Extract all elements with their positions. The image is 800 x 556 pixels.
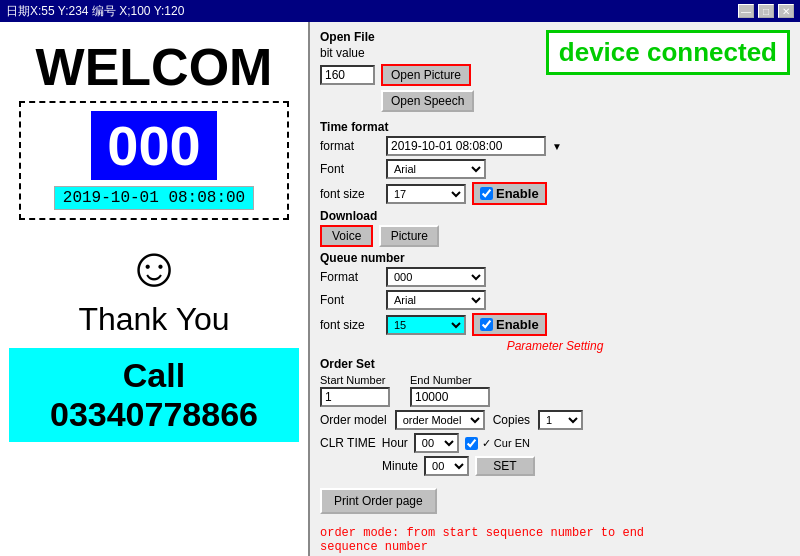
call-block: Call 03340778866 bbox=[9, 348, 299, 442]
clr-time-label: CLR TIME bbox=[320, 436, 376, 450]
open-file-controls: Open Picture bbox=[320, 64, 474, 86]
queue-font-select[interactable]: Arial bbox=[386, 290, 486, 310]
display-area: 000 2019-10-01 08:08:00 bbox=[19, 101, 289, 220]
queue-format-label: Format bbox=[320, 270, 380, 284]
minute-row: Minute 00 SET bbox=[320, 456, 790, 476]
titlebar-controls: — □ ✕ bbox=[738, 4, 794, 18]
main-container: WELCOM 000 2019-10-01 08:08:00 ☺ Thank Y… bbox=[0, 22, 800, 556]
order-model-row: Order model order Model Copies 1 bbox=[320, 410, 790, 430]
print-order-button[interactable]: Print Order page bbox=[320, 488, 437, 514]
order-mode-status: order mode: from start sequence number t… bbox=[320, 526, 790, 554]
clr-time-row: CLR TIME Hour 00 ✓ Cur EN bbox=[320, 433, 790, 453]
hour-label: Hour bbox=[382, 436, 408, 450]
open-picture-button[interactable]: Open Picture bbox=[381, 64, 471, 86]
bit-value-row: bit value bbox=[320, 46, 474, 60]
start-number-input[interactable] bbox=[320, 387, 390, 407]
queue-format-select[interactable]: 000 bbox=[386, 267, 486, 287]
titlebar-title: 日期X:55 Y:234 编号 X;100 Y:120 bbox=[6, 3, 184, 20]
download-label: Download bbox=[320, 209, 790, 223]
left-panel: WELCOM 000 2019-10-01 08:08:00 ☺ Thank Y… bbox=[0, 22, 310, 556]
format-row: format ▼ bbox=[320, 136, 790, 156]
queue-font-label: Font bbox=[320, 293, 380, 307]
enable-checkbox-1-area: Enable bbox=[472, 182, 547, 205]
voice-button[interactable]: Voice bbox=[320, 225, 373, 247]
end-number-col: End Number bbox=[410, 373, 490, 407]
queue-font-row: Font Arial bbox=[320, 290, 790, 310]
minimize-button[interactable]: — bbox=[738, 4, 754, 18]
time-format-section: Time format format ▼ Font Arial font siz… bbox=[320, 120, 790, 205]
format-dropdown-icon[interactable]: ▼ bbox=[552, 141, 562, 152]
datetime-display: 2019-10-01 08:08:00 bbox=[54, 186, 254, 210]
queue-format-row: Format 000 bbox=[320, 267, 790, 287]
queue-number-display: 000 bbox=[91, 111, 216, 180]
bit-value-label: bit value bbox=[320, 46, 365, 60]
hour-select[interactable]: 00 bbox=[414, 433, 459, 453]
voice-picture-row: Voice Picture bbox=[320, 225, 790, 247]
cur-en-row: ✓ Cur EN bbox=[465, 437, 530, 450]
titlebar: 日期X:55 Y:234 编号 X;100 Y:120 — □ ✕ bbox=[0, 0, 800, 22]
queue-font-size-select[interactable]: 15 bbox=[386, 315, 466, 335]
queue-number-section: Queue number Format 000 Font Arial font … bbox=[320, 251, 790, 336]
order-model-select[interactable]: order Model bbox=[395, 410, 485, 430]
end-number-input[interactable] bbox=[410, 387, 490, 407]
smiley-icon: ☺ bbox=[125, 234, 182, 299]
minute-label: Minute bbox=[382, 459, 418, 473]
start-number-label: Start Number bbox=[320, 374, 385, 386]
font-size-label: font size bbox=[320, 187, 380, 201]
minute-select[interactable]: 00 bbox=[424, 456, 469, 476]
open-speech-row: Open Speech bbox=[320, 90, 474, 112]
queue-font-size-label: font size bbox=[320, 318, 380, 332]
print-order-row: Print Order page bbox=[320, 482, 790, 520]
call-label: Call bbox=[13, 356, 295, 395]
order-numbers-row: Start Number End Number bbox=[320, 373, 790, 407]
enable-label-1: Enable bbox=[496, 186, 539, 201]
welcom-text: WELCOM bbox=[36, 37, 273, 97]
queue-font-size-row: font size 15 Enable bbox=[320, 313, 790, 336]
right-panel: Open File bit value Open Picture Open Sp… bbox=[310, 22, 800, 556]
font-select[interactable]: Arial bbox=[386, 159, 486, 179]
picture-button[interactable]: Picture bbox=[379, 225, 439, 247]
order-model-label: Order model bbox=[320, 413, 387, 427]
thank-you-text: Thank You bbox=[78, 301, 229, 338]
open-file-label: Open File bbox=[320, 30, 474, 44]
format-input[interactable] bbox=[386, 136, 546, 156]
enable-checkbox-2-area: Enable bbox=[472, 313, 547, 336]
font-size-row: font size 17 Enable bbox=[320, 182, 790, 205]
open-speech-button[interactable]: Open Speech bbox=[381, 90, 474, 112]
font-row: Font Arial bbox=[320, 159, 790, 179]
cur-en-checkbox[interactable] bbox=[465, 437, 478, 450]
enable-checkbox-2[interactable] bbox=[480, 318, 493, 331]
close-button[interactable]: ✕ bbox=[778, 4, 794, 18]
enable-checkbox-1[interactable] bbox=[480, 187, 493, 200]
font-size-select[interactable]: 17 bbox=[386, 184, 466, 204]
copies-select[interactable]: 1 bbox=[538, 410, 583, 430]
cur-en-label: ✓ Cur EN bbox=[482, 437, 530, 450]
param-setting-label: Parameter Setting bbox=[320, 339, 790, 353]
copies-label: Copies bbox=[493, 413, 530, 427]
maximize-button[interactable]: □ bbox=[758, 4, 774, 18]
download-section: Download Voice Picture bbox=[320, 209, 790, 247]
end-number-label: End Number bbox=[410, 374, 472, 386]
order-set-label: Order Set bbox=[320, 357, 790, 371]
open-file-section: Open File bit value Open Picture Open Sp… bbox=[320, 30, 474, 116]
font-label: Font bbox=[320, 162, 380, 176]
time-format-label: Time format bbox=[320, 120, 790, 134]
order-set-section: Order Set Start Number End Number Order … bbox=[320, 357, 790, 476]
queue-number-label: Queue number bbox=[320, 251, 790, 265]
device-connected-status: device connected bbox=[546, 30, 790, 75]
enable-label-2: Enable bbox=[496, 317, 539, 332]
call-number: 03340778866 bbox=[13, 395, 295, 434]
format-label: format bbox=[320, 139, 380, 153]
bit-value-input[interactable] bbox=[320, 65, 375, 85]
set-button[interactable]: SET bbox=[475, 456, 535, 476]
start-number-col: Start Number bbox=[320, 373, 390, 407]
